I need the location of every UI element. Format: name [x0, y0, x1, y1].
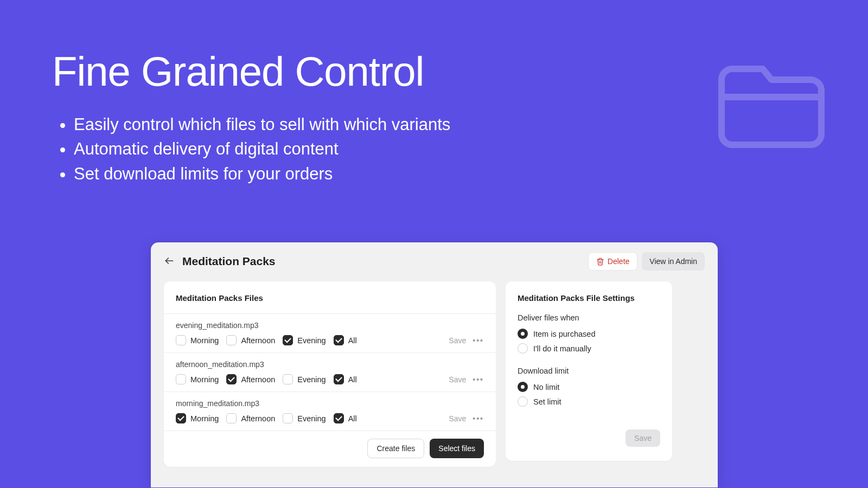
trash-icon [596, 258, 604, 266]
row-more-icon[interactable]: ••• [473, 375, 484, 384]
delete-button-label: Delete [608, 257, 629, 266]
row-save-button[interactable]: Save [449, 375, 466, 384]
radio-label: No limit [533, 383, 559, 391]
deliver-radio-purchased[interactable]: Item is purchased [518, 329, 660, 339]
page-title: Meditation Packs [182, 255, 276, 268]
row-more-icon[interactable]: ••• [473, 414, 484, 423]
hero-bullet: Easily control which files to sell with … [74, 113, 450, 136]
variant-checkbox-all[interactable]: All [334, 335, 357, 345]
variant-checkbox-all[interactable]: All [334, 374, 357, 384]
variant-checkbox-afternoon[interactable]: Afternoon [226, 374, 275, 384]
variant-checkbox-all[interactable]: All [334, 413, 357, 423]
variant-label: Morning [190, 375, 219, 384]
variant-checkbox-evening[interactable]: Evening [283, 374, 326, 384]
radio-label: Item is purchased [533, 330, 595, 338]
product-panel: Meditation Packs Delete View in Admin Me… [151, 242, 718, 487]
settings-save-label: Save [634, 434, 652, 442]
limit-radio-set-limit[interactable]: Set limit [518, 396, 660, 407]
deliver-label: Deliver files when [518, 313, 660, 322]
hero-bullets: Easily control which files to sell with … [52, 113, 450, 187]
create-files-button[interactable]: Create files [367, 439, 424, 458]
deliver-radio-manual[interactable]: I'll do it manually [518, 343, 660, 354]
hero-bullet: Set download limits for your orders [74, 162, 450, 185]
create-files-label: Create files [376, 444, 415, 453]
variant-checkbox-morning[interactable]: Morning [176, 374, 219, 384]
variant-checkbox-afternoon[interactable]: Afternoon [226, 413, 275, 423]
back-arrow-icon[interactable] [164, 255, 175, 268]
variant-label: Afternoon [241, 375, 275, 384]
limit-label: Download limit [518, 367, 660, 375]
settings-card: Meditation Packs File Settings Deliver f… [506, 281, 672, 461]
variant-label: Morning [190, 414, 219, 423]
variant-checkbox-morning[interactable]: Morning [176, 413, 219, 423]
variant-label: Morning [190, 336, 219, 345]
file-row: morning_meditation.mp3 Morning Afternoon… [164, 392, 496, 431]
view-in-admin-label: View in Admin [649, 257, 697, 266]
file-row: afternoon_meditation.mp3 Morning Afterno… [164, 353, 496, 392]
select-files-label: Select files [438, 444, 475, 453]
variant-label: Afternoon [241, 414, 275, 423]
view-in-admin-button[interactable]: View in Admin [642, 252, 705, 271]
files-card-title: Meditation Packs Files [164, 281, 496, 314]
radio-label: Set limit [533, 397, 561, 406]
variant-checkbox-evening[interactable]: Evening [283, 335, 326, 345]
variant-label: All [348, 414, 357, 423]
hero-title: Fine Grained Control [52, 48, 424, 95]
variant-checkbox-evening[interactable]: Evening [283, 413, 326, 423]
row-save-button[interactable]: Save [449, 414, 466, 423]
limit-radio-no-limit[interactable]: No limit [518, 382, 660, 392]
variant-label: Evening [297, 336, 326, 345]
files-card: Meditation Packs Files evening_meditatio… [164, 281, 496, 467]
select-files-button[interactable]: Select files [430, 439, 484, 458]
file-row: evening_meditation.mp3 Morning Afternoon… [164, 314, 496, 353]
file-name: morning_meditation.mp3 [176, 399, 484, 408]
variant-label: Afternoon [241, 336, 275, 345]
variant-label: Evening [297, 414, 326, 423]
hero-bullet: Automatic delivery of digital content [74, 137, 450, 160]
folder-icon [717, 44, 826, 158]
file-name: afternoon_meditation.mp3 [176, 360, 484, 369]
radio-label: I'll do it manually [533, 344, 591, 353]
row-save-button[interactable]: Save [449, 336, 466, 345]
variant-label: Evening [297, 375, 326, 384]
variant-checkbox-afternoon[interactable]: Afternoon [226, 335, 275, 345]
settings-card-title: Meditation Packs File Settings [518, 293, 660, 313]
variant-label: All [348, 375, 357, 384]
settings-save-button[interactable]: Save [626, 429, 660, 447]
variant-checkbox-morning[interactable]: Morning [176, 335, 219, 345]
panel-header: Meditation Packs Delete View in Admin [164, 252, 705, 271]
delete-button[interactable]: Delete [588, 252, 637, 271]
file-name: evening_meditation.mp3 [176, 321, 484, 330]
row-more-icon[interactable]: ••• [473, 336, 484, 345]
variant-label: All [348, 336, 357, 345]
